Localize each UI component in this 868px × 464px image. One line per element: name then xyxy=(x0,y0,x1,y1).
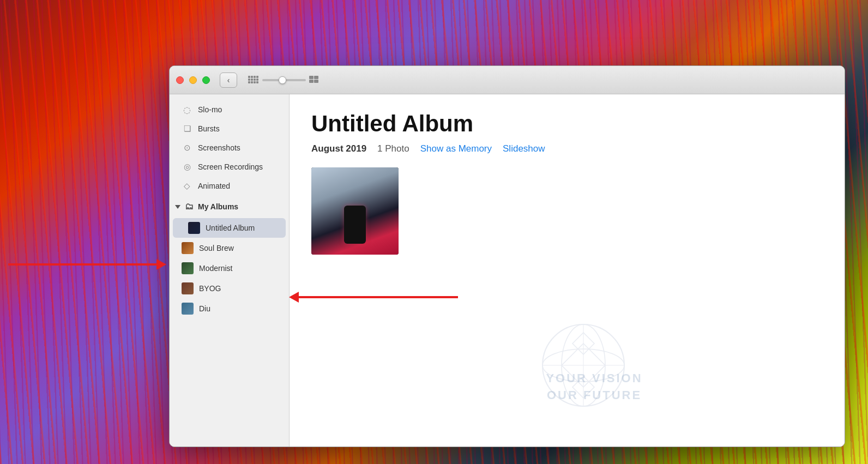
sidebar-item-animated[interactable]: ◇ Animated xyxy=(173,177,286,195)
album-title: Untitled Album xyxy=(311,111,823,137)
byog-thumb xyxy=(182,282,194,294)
photo-grid xyxy=(311,167,823,255)
size-slider-thumb xyxy=(279,76,286,84)
sidebar: ◌ Slo-mo ❏ Bursts ⊙ Screenshots ◎ xyxy=(170,94,290,447)
sidebar-item-byog[interactable]: BYOG xyxy=(173,279,286,298)
album-meta-row: August 2019 1 Photo Show as Memory Slide… xyxy=(311,143,823,154)
sidebar-item-screen-recordings-label: Screen Recordings xyxy=(198,162,263,171)
phone-photo-image xyxy=(311,167,399,255)
sidebar-item-soul-brew-label: Soul Brew xyxy=(199,244,234,252)
animated-icon: ◇ xyxy=(182,180,192,191)
album-count: 1 Photo xyxy=(377,143,409,154)
bursts-icon: ❏ xyxy=(182,123,192,134)
my-albums-label: My Albums xyxy=(198,202,238,211)
close-button[interactable] xyxy=(176,76,184,84)
slomo-icon: ◌ xyxy=(182,104,192,115)
my-albums-section[interactable]: 🗂 My Albums xyxy=(170,197,289,216)
back-button[interactable]: ‹ xyxy=(220,73,237,88)
back-chevron-icon: ‹ xyxy=(227,76,230,85)
slideshow-button[interactable]: Slideshow xyxy=(503,143,545,154)
photo-thumbnail[interactable] xyxy=(311,167,399,255)
photos-app-window: ‹ ◌ Slo-mo xyxy=(169,65,845,447)
size-slider-group xyxy=(248,76,320,85)
svg-point-0 xyxy=(542,324,624,406)
sidebar-item-slomo-label: Slo-mo xyxy=(198,105,222,114)
modernist-thumb xyxy=(182,262,194,274)
diu-thumb xyxy=(182,303,194,315)
screenshots-icon: ⊙ xyxy=(182,142,192,153)
sidebar-item-diu[interactable]: Diu xyxy=(173,299,286,318)
sidebar-item-bursts[interactable]: ❏ Bursts xyxy=(173,119,286,138)
window-body: ◌ Slo-mo ❏ Bursts ⊙ Screenshots ◎ xyxy=(170,94,845,447)
sidebar-item-slomo[interactable]: ◌ Slo-mo xyxy=(173,100,286,119)
grid-large-icon xyxy=(309,76,320,85)
grid-small-icon xyxy=(248,76,259,85)
sidebar-item-modernist[interactable]: Modernist xyxy=(173,258,286,278)
maximize-button[interactable] xyxy=(202,76,210,84)
screen-recordings-icon: ◎ xyxy=(182,161,192,172)
sidebar-item-screen-recordings[interactable]: ◎ Screen Recordings xyxy=(173,158,286,176)
album-date: August 2019 xyxy=(311,143,366,154)
sidebar-item-animated-label: Animated xyxy=(198,182,230,190)
show-as-memory-button[interactable]: Show as Memory xyxy=(420,143,492,154)
titlebar: ‹ xyxy=(170,66,845,94)
svg-point-1 xyxy=(562,324,605,406)
sidebar-item-bursts-label: Bursts xyxy=(198,124,220,133)
main-content: Untitled Album August 2019 1 Photo Show … xyxy=(290,94,845,447)
sidebar-item-untitled-album-label: Untitled Album xyxy=(206,224,255,232)
svg-point-2 xyxy=(542,349,624,382)
soul-brew-thumb xyxy=(182,242,194,254)
sidebar-item-byog-label: BYOG xyxy=(199,284,221,293)
sidebar-item-screenshots-label: Screenshots xyxy=(198,143,240,152)
triangle-down-icon xyxy=(175,205,180,209)
sidebar-item-screenshots[interactable]: ⊙ Screenshots xyxy=(173,138,286,157)
minimize-button[interactable] xyxy=(189,76,197,84)
sidebar-item-modernist-label: Modernist xyxy=(199,264,232,273)
sidebar-item-untitled-album[interactable]: Untitled Album xyxy=(173,218,286,238)
sidebar-item-soul-brew[interactable]: Soul Brew xyxy=(173,238,286,258)
untitled-album-thumb xyxy=(188,222,200,234)
folder-icon: 🗂 xyxy=(184,201,195,212)
size-slider[interactable] xyxy=(262,79,306,81)
sidebar-item-diu-label: Diu xyxy=(199,304,210,313)
